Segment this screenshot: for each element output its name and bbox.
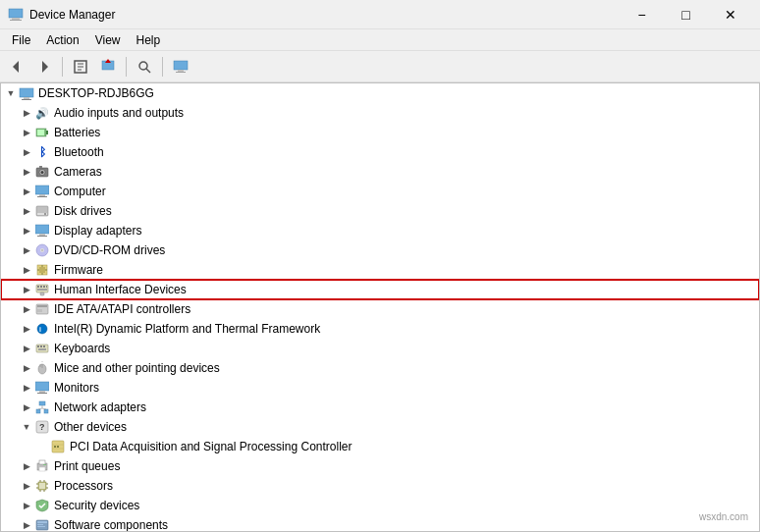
svg-rect-85	[39, 483, 45, 489]
tree-item-monitors[interactable]: ▶ Monitors	[1, 378, 759, 398]
svg-point-11	[139, 62, 147, 70]
print-icon	[34, 458, 50, 474]
svg-rect-39	[39, 267, 45, 273]
tree-item-print[interactable]: ▶ Print queues	[1, 456, 759, 476]
svg-point-24	[41, 171, 44, 174]
svg-rect-20	[46, 131, 48, 134]
scan-button[interactable]	[132, 55, 157, 79]
svg-rect-28	[37, 196, 47, 197]
bluetooth-label: Bluetooth	[54, 145, 104, 159]
expand-processors[interactable]: ▶	[19, 478, 34, 494]
expand-bluetooth[interactable]: ▶	[19, 144, 34, 160]
expand-audio[interactable]: ▶	[19, 105, 34, 121]
tree-item-display[interactable]: ▶ Display adapters	[1, 221, 759, 240]
tree-item-audio[interactable]: ▶ Audio inputs and outputs	[1, 103, 759, 123]
maximize-button[interactable]: □	[664, 0, 708, 29]
expand-firmware[interactable]: ▶	[19, 262, 34, 278]
svg-rect-0	[9, 9, 23, 18]
keyboards-label: Keyboards	[54, 342, 110, 355]
root-label: DESKTOP-RDJB6GG	[38, 86, 154, 100]
expand-software-components[interactable]: ▶	[19, 517, 34, 532]
hid-label: Human Interface Devices	[54, 283, 187, 296]
svg-rect-2	[10, 20, 22, 21]
tree-item-pci[interactable]: ▶ PCI Data Acquisition and Signal Proces…	[1, 437, 759, 456]
processors-icon	[34, 478, 50, 494]
properties-button[interactable]	[68, 55, 93, 79]
tree-item-computer[interactable]: ▶ Computer	[1, 182, 759, 201]
menu-view[interactable]: View	[87, 31, 129, 49]
hid-icon	[34, 282, 50, 297]
expand-disk[interactable]: ▶	[19, 203, 34, 219]
tree-item-security[interactable]: ▶ Security devices	[1, 496, 759, 515]
processors-label: Processors	[54, 479, 113, 493]
expand-mice[interactable]: ▶	[19, 360, 34, 376]
expand-monitors[interactable]: ▶	[19, 380, 34, 396]
disk-icon	[34, 203, 50, 219]
expand-cameras[interactable]: ▶	[19, 164, 34, 180]
tree-item-mice[interactable]: ▶ Mice and other pointing devices	[1, 358, 759, 378]
back-button[interactable]	[4, 55, 29, 79]
bluetooth-icon: ᛒ	[34, 144, 50, 160]
svg-rect-34	[37, 236, 47, 237]
expand-computer[interactable]: ▶	[19, 184, 34, 199]
expand-batteries[interactable]: ▶	[19, 125, 34, 140]
svg-text:?: ?	[39, 422, 45, 432]
tree-item-batteries[interactable]: ▶ Batteries	[1, 123, 759, 142]
display-button[interactable]	[168, 55, 193, 79]
forward-button[interactable]	[31, 55, 57, 79]
svg-rect-52	[37, 305, 47, 307]
pci-icon	[50, 439, 66, 454]
minimize-button[interactable]: −	[620, 0, 664, 29]
svg-rect-15	[176, 72, 186, 73]
tree-item-other[interactable]: ▼ ? Other devices	[1, 417, 759, 437]
tree-item-processors[interactable]: ▶ Processors	[1, 476, 759, 496]
intel-label: Intel(R) Dynamic Platform and Thermal Fr…	[54, 322, 320, 336]
svg-rect-78	[54, 446, 56, 448]
tree-item-intel[interactable]: ▶ i Intel(R) Dynamic Platform and Therma…	[1, 319, 759, 339]
close-button[interactable]: ✕	[708, 0, 752, 29]
tree-item-root[interactable]: ▼ DESKTOP-RDJB6GG	[1, 83, 759, 103]
firmware-label: Firmware	[54, 263, 103, 277]
svg-rect-14	[178, 70, 184, 72]
tree-item-disk[interactable]: ▶ Disk drives	[1, 201, 759, 221]
svg-rect-83	[43, 464, 46, 465]
expand-root[interactable]: ▼	[3, 85, 19, 101]
menu-help[interactable]: Help	[129, 31, 169, 49]
expand-other[interactable]: ▼	[19, 419, 34, 435]
expand-dvd[interactable]: ▶	[19, 242, 34, 258]
tree-item-hid[interactable]: ▶ Human Interface Devices	[1, 280, 759, 299]
software-components-label: Software components	[54, 518, 168, 532]
tree-item-dvd[interactable]: ▶ DVD/CD-ROM drives	[1, 240, 759, 260]
menu-action[interactable]: Action	[38, 31, 86, 49]
expand-hid[interactable]: ▶	[19, 282, 34, 297]
tree-item-cameras[interactable]: ▶ Cameras	[1, 162, 759, 182]
svg-rect-33	[39, 234, 45, 236]
svg-rect-49	[37, 289, 47, 291]
monitors-icon	[34, 380, 50, 396]
tree-item-software-components[interactable]: ▶ Software components	[1, 515, 759, 532]
svg-line-12	[146, 69, 150, 73]
update-driver-button[interactable]	[95, 55, 121, 79]
tree-item-bluetooth[interactable]: ▶ ᛒ Bluetooth	[1, 142, 759, 162]
audio-icon	[34, 105, 50, 121]
menu-file[interactable]: File	[4, 31, 38, 49]
expand-intel[interactable]: ▶	[19, 321, 34, 337]
expand-print[interactable]: ▶	[19, 458, 34, 474]
tree-item-firmware[interactable]: ▶ Firmware	[1, 260, 759, 280]
expand-security[interactable]: ▶	[19, 498, 34, 513]
expand-network[interactable]: ▶	[19, 399, 34, 415]
window-title: Device Manager	[29, 8, 620, 22]
toolbar-separator-1	[62, 57, 63, 77]
content-area: ▼ DESKTOP-RDJB6GG ▶ Audio inputs and out…	[0, 82, 760, 532]
expand-display[interactable]: ▶	[19, 223, 34, 239]
batteries-label: Batteries	[54, 126, 100, 139]
tree-item-keyboards[interactable]: ▶ Keyboards	[1, 339, 759, 358]
tree-item-network[interactable]: ▶ Network adapters	[1, 398, 759, 417]
batteries-icon	[34, 125, 50, 140]
device-tree[interactable]: ▼ DESKTOP-RDJB6GG ▶ Audio inputs and out…	[0, 82, 760, 532]
svg-rect-57	[37, 346, 39, 347]
expand-keyboards[interactable]: ▶	[19, 341, 34, 356]
expand-ide[interactable]: ▶	[19, 301, 34, 317]
tree-item-ide[interactable]: ▶ IDE ATA/ATAPI controllers	[1, 299, 759, 319]
intel-icon: i	[34, 321, 50, 337]
